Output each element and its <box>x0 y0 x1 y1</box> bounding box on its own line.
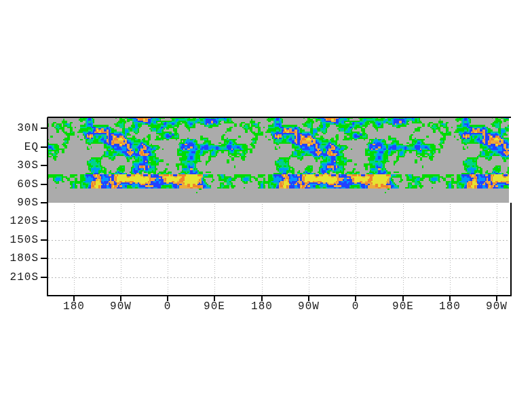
x-tick-label: 90E <box>392 301 414 312</box>
x-tick-label: 90W <box>298 301 320 312</box>
y-tick-label: EQ <box>24 142 39 153</box>
x-tick-label: 180 <box>63 301 85 312</box>
y-tick-label: 90S <box>17 197 39 208</box>
x-tick-label: 90E <box>204 301 225 312</box>
y-tick-label: 210S <box>10 272 39 283</box>
x-tick-label: 0 <box>164 301 172 312</box>
x-tick-label: 90W <box>486 301 508 312</box>
y-tick-label: 180S <box>10 253 39 264</box>
plot-axes <box>0 0 532 415</box>
grads-plot-page: 30NEQ30S60S90S120S150S180S210S 18090W090… <box>0 0 532 415</box>
y-tick-label: 30S <box>17 160 39 171</box>
x-tick-label: 90W <box>110 301 132 312</box>
x-tick-label: 180 <box>439 301 461 312</box>
y-tick-label: 60S <box>17 179 39 190</box>
y-tick-label: 30N <box>17 123 39 134</box>
y-tick-label: 150S <box>10 235 39 245</box>
x-tick-label: 0 <box>352 301 360 312</box>
y-tick-label: 120S <box>10 216 39 226</box>
x-tick-label: 180 <box>251 301 273 312</box>
